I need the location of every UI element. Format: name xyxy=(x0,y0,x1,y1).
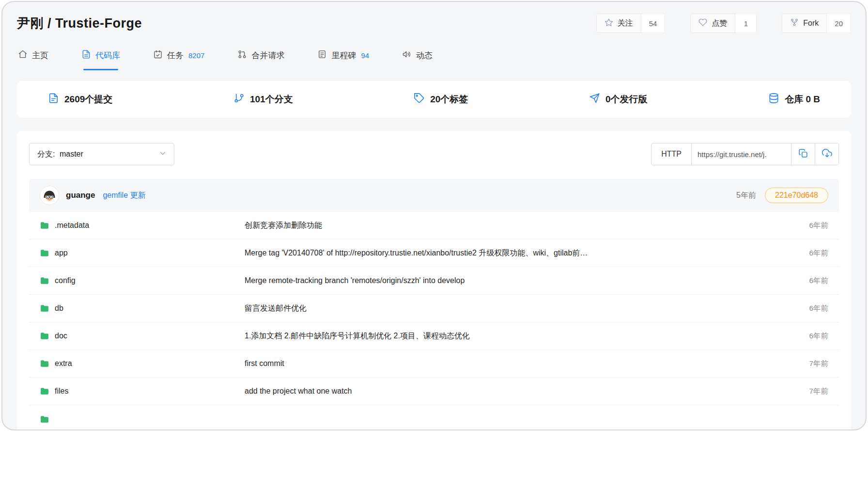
file-name-cell[interactable]: db xyxy=(40,303,245,313)
copy-button[interactable] xyxy=(791,143,815,165)
folder-icon xyxy=(40,359,49,368)
branch-value: master xyxy=(60,150,83,158)
file-name-cell[interactable]: extra xyxy=(40,359,245,368)
fork-count[interactable]: 20 xyxy=(826,14,851,32)
file-time: 6年前 xyxy=(770,248,828,258)
database-icon xyxy=(768,93,779,106)
file-row-partial xyxy=(29,405,839,430)
stat-releases-label: 0个发行版 xyxy=(605,93,648,106)
folder-icon xyxy=(40,414,49,424)
chevron-down-icon xyxy=(158,149,167,159)
file-name: files xyxy=(55,387,68,396)
tab-milestones-badge: 94 xyxy=(361,51,369,60)
header-actions: 关注 54 点赞 1 Fork 20 xyxy=(596,14,851,33)
file-commit-message[interactable]: add the project what one watch xyxy=(245,387,770,396)
file-name: config xyxy=(55,276,76,285)
file-name-cell[interactable]: app xyxy=(40,248,245,258)
fork-button[interactable]: Fork 20 xyxy=(782,14,851,33)
tab-issues-badge: 8207 xyxy=(188,51,204,60)
home-icon xyxy=(18,49,28,62)
commit-author[interactable]: guange xyxy=(66,191,95,200)
nav-tabs: 主页 代码库 任务 8207 合并请求 里程碑 94 动态 xyxy=(2,35,866,70)
stat-commits[interactable]: 2609个提交 xyxy=(48,93,112,106)
page-header: 尹刚 / Trustie-Forge 关注 54 点赞 1 For xyxy=(2,2,866,35)
clone-url-input[interactable] xyxy=(692,143,791,165)
tab-home[interactable]: 主页 xyxy=(17,44,49,70)
praise-button[interactable]: 点赞 1 xyxy=(690,14,757,33)
file-time: 6年前 xyxy=(770,276,828,286)
tab-repository[interactable]: 代码库 xyxy=(80,44,121,70)
tab-home-label: 主页 xyxy=(32,50,48,61)
file-time: 7年前 xyxy=(770,359,828,369)
avatar[interactable] xyxy=(40,186,59,205)
stat-commits-label: 2609个提交 xyxy=(64,93,112,106)
file-name-cell[interactable]: config xyxy=(40,276,245,286)
app-window: 尹刚 / Trustie-Forge 关注 54 点赞 1 For xyxy=(1,1,867,430)
tab-issues-label: 任务 xyxy=(167,50,184,61)
branch-selector[interactable]: 分支: master xyxy=(29,143,174,165)
folder-icon xyxy=(40,248,49,258)
file-commit-message[interactable]: 留言发送邮件优化 xyxy=(245,303,770,314)
merge-request-icon xyxy=(237,49,247,62)
clone-protocol-button[interactable]: HTTP xyxy=(651,143,692,165)
file-commit-message[interactable]: first commit xyxy=(245,359,770,368)
stat-tags[interactable]: 20个标签 xyxy=(414,93,468,106)
file-name: doc xyxy=(55,332,67,340)
download-button[interactable] xyxy=(815,143,838,165)
repo-toolbar: 分支: master HTTP xyxy=(29,143,839,165)
release-icon xyxy=(589,93,600,106)
commit-hash-badge[interactable]: 221e70d648 xyxy=(765,188,828,203)
tab-milestones[interactable]: 里程碑 94 xyxy=(316,44,370,70)
tab-activity-label: 动态 xyxy=(416,50,433,61)
branch-label: 分支: xyxy=(37,150,55,158)
file-commit-message[interactable]: 创新竞赛添加删除功能 xyxy=(245,221,770,231)
fork-label: Fork xyxy=(803,19,819,28)
tab-repository-label: 代码库 xyxy=(95,50,120,61)
fork-icon xyxy=(790,18,799,29)
tab-milestones-label: 里程碑 xyxy=(331,50,356,61)
file-row: files add the project what one watch 7年前 xyxy=(29,378,839,405)
stat-branches[interactable]: 101个分支 xyxy=(233,93,293,106)
tab-merge-requests[interactable]: 合并请求 xyxy=(236,44,285,70)
folder-icon xyxy=(40,386,49,396)
folder-icon xyxy=(40,221,49,230)
file-row: config Merge remote-tracking branch 'rem… xyxy=(29,267,839,295)
file-time: 6年前 xyxy=(770,221,828,231)
task-icon xyxy=(153,49,163,62)
activity-icon xyxy=(402,49,412,62)
file-commit-message[interactable]: Merge tag 'V20140708' of http://reposito… xyxy=(245,248,770,258)
tag-icon xyxy=(414,93,425,106)
repo-stats-bar: 2609个提交 101个分支 20个标签 0个发行版 仓库 0 B xyxy=(17,81,851,118)
tab-merge-requests-label: 合并请求 xyxy=(251,50,284,61)
file-name-cell[interactable]: files xyxy=(40,386,245,396)
file-name-cell[interactable]: doc xyxy=(40,331,245,341)
latest-commit-bar: guange gemfile 更新 5年前 221e70d648 xyxy=(29,179,839,212)
file-name-cell[interactable]: .metadata xyxy=(40,221,245,230)
page-title: 尹刚 / Trustie-Forge xyxy=(17,15,142,32)
repo-icon xyxy=(81,49,91,62)
folder-icon xyxy=(40,331,49,341)
commit-message-link[interactable]: gemfile 更新 xyxy=(103,191,145,201)
file-row: extra first commit 7年前 xyxy=(29,350,839,378)
file-row: db 留言发送邮件优化 6年前 xyxy=(29,295,839,322)
tab-activity[interactable]: 动态 xyxy=(401,44,434,70)
file-commit-message[interactable]: 1.添加文档 2.邮件中缺陷序号计算机制优化 2.项目、课程动态优化 xyxy=(245,331,770,341)
stat-repo-size[interactable]: 仓库 0 B xyxy=(768,93,820,106)
stat-tags-label: 20个标签 xyxy=(430,93,468,106)
file-row: doc 1.添加文档 2.邮件中缺陷序号计算机制优化 2.项目、课程动态优化 6… xyxy=(29,322,839,350)
file-commit-message[interactable]: Merge remote-tracking branch 'remotes/or… xyxy=(245,276,770,285)
file-name: extra xyxy=(55,359,72,368)
file-row: app Merge tag 'V20140708' of http://repo… xyxy=(29,239,839,267)
watch-button[interactable]: 关注 54 xyxy=(596,14,666,33)
file-name: db xyxy=(55,304,63,313)
stat-repo-size-label: 仓库 0 B xyxy=(785,93,820,106)
cloud-download-icon xyxy=(822,148,832,160)
praise-label: 点赞 xyxy=(712,18,727,29)
stat-releases[interactable]: 0个发行版 xyxy=(589,93,648,106)
praise-count[interactable]: 1 xyxy=(735,14,756,32)
tab-issues[interactable]: 任务 8207 xyxy=(152,44,205,70)
clone-url-group: HTTP xyxy=(651,143,839,165)
file-name: app xyxy=(55,249,68,257)
file-name-cell[interactable] xyxy=(40,414,245,424)
watch-count[interactable]: 54 xyxy=(641,14,665,32)
